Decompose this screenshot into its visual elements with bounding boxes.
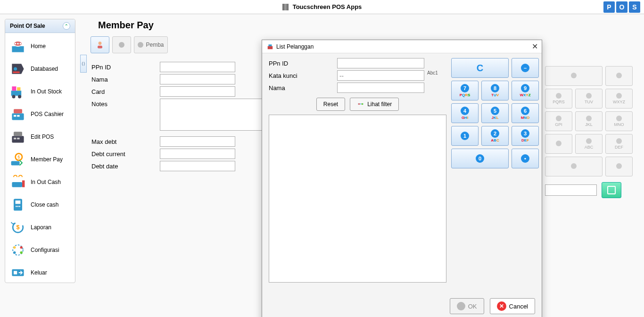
svg-point-4 [20,43,22,45]
svg-rect-24 [22,180,25,187]
modal-kata-input[interactable] [337,70,424,81]
ok-button[interactable]: OK [450,298,484,314]
menu-icon [9,106,27,123]
modal-ppnid-input[interactable] [337,58,424,68]
dialog-title: List Pelanggan ✕ [262,40,542,53]
ok-icon [457,302,465,310]
barcode-icon [282,4,290,10]
svg-point-34 [20,246,23,249]
modal-keypad: C–7PQRS8TUV9WXYZ4GHI5JKL6MNO12ABC3DEF0• [451,58,539,289]
keypad-1[interactable]: 1 [451,126,479,146]
badge-s: S [629,1,640,13]
keypad-2[interactable]: 2ABC [481,126,509,146]
sidebar-item-configurasi[interactable]: Configurasi [5,239,75,261]
menu-label: Configurasi [31,247,59,253]
menu-icon [9,128,27,145]
svg-point-39 [99,42,102,45]
sidebar-toggle[interactable]: ⟨⟩ [80,55,87,73]
keypad-4[interactable]: 4GHI [451,103,479,123]
sidebar-item-member-pay[interactable]: $Member Pay [5,148,75,171]
svg-point-29 [19,206,20,207]
sidebar-item-pos-cashier[interactable]: POS Cashier [5,103,75,125]
keypad-9[interactable]: 9WXYZ [512,81,539,100]
keypad-6[interactable]: 6MNO [512,103,539,123]
pos-badges: P O S [603,1,640,13]
svg-rect-15 [17,115,19,117]
svg-rect-16 [12,136,24,142]
keypad-minus[interactable]: – [512,58,539,78]
sidebar-item-close-cash[interactable]: Close cash [5,193,75,216]
list-pelanggan-dialog: List Pelanggan ✕ PPn ID Kata kunciAbc1 N… [262,40,542,317]
sidebar-item-home[interactable]: Home [5,35,75,58]
amount-input[interactable] [545,184,597,196]
sidebar-header[interactable]: Point Of Sale ⌃ [5,19,75,33]
menu-icon: $ [9,151,27,168]
svg-rect-6 [13,71,19,73]
svg-point-45 [362,103,363,105]
svg-point-8 [12,95,15,98]
menu-icon: $ [9,219,27,236]
svg-text:$: $ [16,225,19,231]
debtdate-label: Debt date [91,161,160,170]
debtdate-input[interactable] [160,161,235,171]
keypad-clear[interactable]: C [451,58,509,78]
ppnid-input[interactable] [160,62,235,72]
svg-rect-40 [98,46,102,49]
nama-input[interactable] [160,74,235,84]
kp-3: DEF [605,134,633,154]
menu-label: Keluar [31,269,47,276]
keypad-5[interactable]: 5JKL [481,103,509,123]
chevron-up-icon[interactable]: ⌃ [63,22,70,30]
maxdebt-input[interactable] [160,136,235,147]
customer-list[interactable] [269,115,446,283]
kp-clear [545,66,603,86]
menu-icon [9,196,27,213]
svg-rect-11 [17,87,20,91]
card-input[interactable] [160,86,235,97]
cancel-icon: ✕ [497,301,506,311]
keypad-dot[interactable]: • [512,149,539,168]
svg-point-28 [17,206,19,207]
sidebar-item-keluar[interactable]: Keluar [5,261,75,284]
modal-kata-label: Kata kunci [269,70,337,79]
close-icon[interactable]: ✕ [532,42,538,51]
svg-rect-18 [14,138,16,140]
sidebar-item-laporan[interactable]: $Laporan [5,216,75,239]
keypad-0[interactable]: 0 [451,149,509,168]
maxdebt-label: Max debt [91,136,160,145]
menu-icon [9,174,27,191]
badge-p: P [603,1,615,13]
keypad-7[interactable]: 7PQRS [451,81,479,100]
menu-label: Home [31,43,46,50]
svg-rect-13 [14,109,22,113]
kp-minus [605,66,633,86]
svg-point-2 [15,43,17,45]
svg-point-3 [17,43,19,45]
tool-disabled [112,36,131,53]
svg-rect-41 [268,46,273,49]
reset-button[interactable]: Reset [316,98,345,111]
keypad-8[interactable]: 8TUV [481,81,509,100]
topbar: Toucschreen POS Apps P O S [0,0,644,14]
sidebar-item-in-out-stock[interactable]: In Out Stock [5,80,75,103]
debtcurrent-input[interactable] [160,149,235,159]
sidebar-item-in-out-cash[interactable]: In Out Cash [5,171,75,193]
customer-lookup-button[interactable] [91,36,109,53]
svg-point-9 [18,95,21,98]
abc-hint: Abc1 [427,70,438,75]
svg-point-36 [20,251,23,254]
svg-rect-14 [14,115,16,117]
sidebar-item-databased[interactable]: Databased [5,58,75,80]
menu-label: POS Cashier [31,111,64,117]
confirm-button[interactable] [602,182,621,198]
svg-rect-26 [16,200,21,204]
kp-9: WXYZ [605,89,633,108]
svg-rect-38 [14,271,17,274]
sidebar-item-edit-pos[interactable]: Edit POS [5,125,75,148]
modal-ppnid-label: PPn ID [269,58,337,67]
cancel-button[interactable]: ✕Cancel [490,298,535,314]
keypad-3[interactable]: 3DEF [512,126,539,146]
menu-label: In Out Cash [31,179,61,185]
modal-nama-input[interactable] [337,83,424,93]
filter-button[interactable]: Lihat filter [350,98,399,111]
